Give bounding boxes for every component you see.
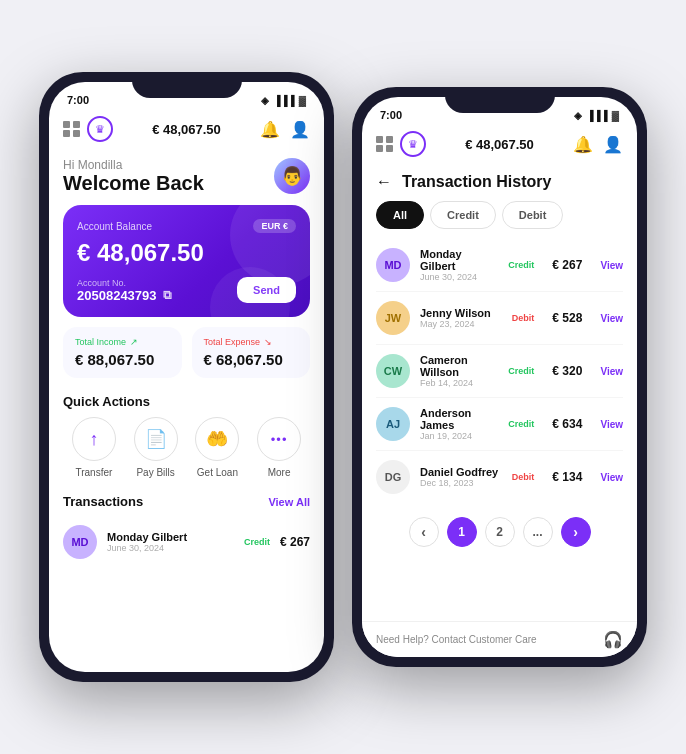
bell-icon[interactable]: 🔔 <box>260 120 280 139</box>
page-2-button[interactable]: 2 <box>485 517 515 547</box>
time-1: 7:00 <box>67 94 89 106</box>
account-number: 20508243793 ⧉ <box>77 288 172 303</box>
phone-2-screen: 7:00 ◈ ▐▐▐ ▓ ♛ € 48,067.50 🔔 <box>362 97 637 657</box>
footer: Need Help? Contact Customer Care 🎧 <box>362 621 637 657</box>
txn-name-jw: Jenny Wilson <box>420 307 502 319</box>
copy-icon[interactable]: ⧉ <box>163 288 172 302</box>
expense-label: Total Expense ↘ <box>204 337 299 347</box>
view-all-button[interactable]: View All <box>268 496 310 508</box>
txn-name-md: Monday Gilbert <box>107 531 234 543</box>
more-icon-circle: ••• <box>257 417 301 461</box>
avatar-md-2: MD <box>376 248 410 282</box>
page-1-button[interactable]: 1 <box>447 517 477 547</box>
send-button[interactable]: Send <box>237 277 296 303</box>
txn-amount-dg: € 134 <box>552 470 582 484</box>
tab-credit[interactable]: Credit <box>430 201 496 229</box>
action-transfer[interactable]: ↑ Transfer <box>72 417 116 478</box>
back-button[interactable]: ← <box>376 173 392 191</box>
txn-row-cw: CW Cameron Willson Feb 14, 2024 Credit €… <box>376 345 623 398</box>
txn-name-dg: Daniel Godfrey <box>420 466 502 478</box>
txn-info-md: Monday Gilbert June 30, 2024 <box>107 531 234 553</box>
wifi-icon-2: ◈ <box>574 110 582 121</box>
getloan-icon-circle: 🤲 <box>195 417 239 461</box>
tab-all[interactable]: All <box>376 201 424 229</box>
grid-icon-2[interactable] <box>376 136 394 152</box>
txn-main-jw: Jenny Wilson May 23, 2024 <box>420 307 502 329</box>
txn-type-md-2: Credit <box>508 260 534 270</box>
card-balance: € 48,067.50 <box>77 239 296 267</box>
txn-amount-cw: € 320 <box>552 364 582 378</box>
phone-1: 7:00 ◈ ▐▐▐ ▓ ♛ € 48,067.50 🔔 <box>39 72 334 682</box>
getloan-label: Get Loan <box>197 467 238 478</box>
txn-view-jw[interactable]: View <box>600 313 623 324</box>
footer-help-text: Need Help? Contact Customer Care <box>376 634 537 645</box>
avatar-dg: DG <box>376 460 410 494</box>
txn-amount-aj: € 634 <box>552 417 582 431</box>
expense-arrow-icon: ↘ <box>264 337 272 347</box>
txn-view-md[interactable]: View <box>600 260 623 271</box>
avatar: 👨 <box>274 158 310 194</box>
txn-amount-md-2: € 267 <box>552 258 582 272</box>
transactions-title: Transactions <box>63 494 143 509</box>
battery-icon-2: ▓ <box>612 110 619 121</box>
crown-icon: ♛ <box>87 116 113 142</box>
notch-1 <box>132 72 242 98</box>
top-bar-right-2: 🔔 👤 <box>573 135 623 154</box>
battery-icon: ▓ <box>299 95 306 106</box>
quick-actions-title: Quick Actions <box>49 388 324 417</box>
greeting-text: Hi Mondilla <box>63 158 204 172</box>
page-title: Transaction History <box>402 173 551 191</box>
income-card: Total Income ↗ € 88,067.50 <box>63 327 182 378</box>
txn-view-cw[interactable]: View <box>600 366 623 377</box>
welcome-title: Welcome Back <box>63 172 204 195</box>
txn-main-dg: Daniel Godfrey Dec 18, 2023 <box>420 466 502 488</box>
page-header: ← Transaction History <box>362 165 637 201</box>
tab-debit[interactable]: Debit <box>502 201 564 229</box>
time-2: 7:00 <box>380 109 402 121</box>
wifi-icon: ◈ <box>261 95 269 106</box>
txn-date-jw: May 23, 2024 <box>420 319 502 329</box>
top-balance-2: € 48,067.50 <box>465 137 534 152</box>
txn-view-aj[interactable]: View <box>600 419 623 430</box>
status-icons-1: ◈ ▐▐▐ ▓ <box>261 95 306 106</box>
txn-row-md: MD Monday Gilbert June 30, 2024 Credit €… <box>376 239 623 292</box>
top-bar-left-2: ♛ <box>376 131 426 157</box>
txn-date-md-2: June 30, 2024 <box>420 272 498 282</box>
txn-main-md: Monday Gilbert June 30, 2024 <box>420 248 498 282</box>
txn-date-aj: Jan 19, 2024 <box>420 431 498 441</box>
txn-name-cw: Cameron Willson <box>420 354 498 378</box>
txn-main-cw: Cameron Willson Feb 14, 2024 <box>420 354 498 388</box>
txn-type-jw: Debit <box>512 313 535 323</box>
txn-date-dg: Dec 18, 2023 <box>420 478 502 488</box>
signal-icon-2: ▐▐▐ <box>586 110 607 121</box>
paybills-icon-circle: 📄 <box>134 417 178 461</box>
txn-main-aj: Anderson James Jan 19, 2024 <box>420 407 498 441</box>
txn-name-md-2: Monday Gilbert <box>420 248 498 272</box>
transaction-item-md: MD Monday Gilbert June 30, 2024 Credit €… <box>49 517 324 567</box>
avatar-md: MD <box>63 525 97 559</box>
tabs-row: All Credit Debit <box>362 201 637 239</box>
transfer-label: Transfer <box>75 467 112 478</box>
profile-icon[interactable]: 👤 <box>290 120 310 139</box>
action-more[interactable]: ••• More <box>257 417 301 478</box>
crown-icon-2: ♛ <box>400 131 426 157</box>
avatar-aj: AJ <box>376 407 410 441</box>
txn-view-dg[interactable]: View <box>600 472 623 483</box>
txn-type-cw: Credit <box>508 366 534 376</box>
top-bar-1: ♛ € 48,067.50 🔔 👤 <box>49 110 324 150</box>
txn-row-jw: JW Jenny Wilson May 23, 2024 Debit € 528… <box>376 292 623 345</box>
txn-row-aj: AJ Anderson James Jan 19, 2024 Credit € … <box>376 398 623 451</box>
action-paybills[interactable]: 📄 Pay Bills <box>134 417 178 478</box>
action-getloan[interactable]: 🤲 Get Loan <box>195 417 239 478</box>
quick-actions-row: ↑ Transfer 📄 Pay Bills 🤲 Get Loan ••• Mo… <box>49 417 324 488</box>
prev-page-button[interactable]: ‹ <box>409 517 439 547</box>
profile-icon-2[interactable]: 👤 <box>603 135 623 154</box>
grid-icon[interactable] <box>63 121 81 137</box>
top-bar-right: 🔔 👤 <box>260 120 310 139</box>
more-label: More <box>268 467 291 478</box>
transaction-list: MD Monday Gilbert June 30, 2024 Credit €… <box>362 239 637 503</box>
welcome-row: Hi Mondilla Welcome Back 👨 <box>63 158 310 195</box>
bell-icon-2[interactable]: 🔔 <box>573 135 593 154</box>
next-page-button[interactable]: › <box>561 517 591 547</box>
signal-icon: ▐▐▐ <box>273 95 294 106</box>
